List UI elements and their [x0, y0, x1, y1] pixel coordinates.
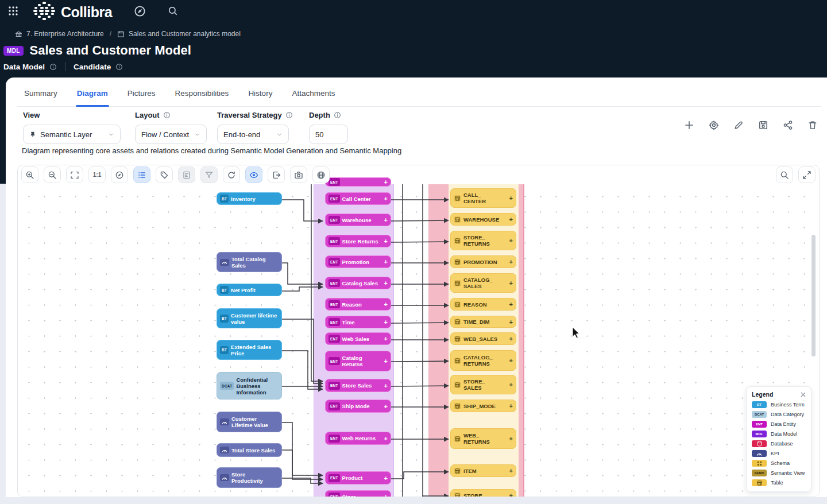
- diagram-node-web-returns[interactable]: ENTWeb Returns+: [325, 432, 391, 445]
- tab-history[interactable]: History: [247, 84, 273, 106]
- add-button[interactable]: [684, 120, 694, 130]
- diagram-node-tbl-store[interactable]: STORE+: [450, 489, 516, 497]
- zoom-out-tool-button[interactable]: [44, 166, 61, 183]
- eye-tool-button[interactable]: [245, 166, 262, 183]
- expand-node-icon[interactable]: +: [384, 358, 388, 364]
- tab-diagram[interactable]: Diagram: [76, 84, 109, 106]
- diagram-node-ent-clipped-top[interactable]: ENT+: [325, 177, 391, 187]
- global-search-icon[interactable]: [168, 6, 178, 18]
- diagram-node-customer-lifetime-value-bt[interactable]: BTCustomer lifetime value: [217, 308, 282, 328]
- expand-node-icon[interactable]: +: [384, 404, 388, 409]
- diagram-node-tbl-time-dim[interactable]: TIME_DIM+: [450, 316, 516, 328]
- tab-summary[interactable]: Summary: [23, 84, 59, 106]
- diagram-node-catalog-returns[interactable]: ENTCatalog Returns+: [325, 351, 391, 371]
- diagram-node-call-center[interactable]: ENTCall Center+: [325, 192, 391, 205]
- status-info-icon[interactable]: [115, 63, 123, 71]
- tab-pictures[interactable]: Pictures: [126, 84, 157, 106]
- expand-node-icon[interactable]: +: [509, 259, 513, 265]
- expand-node-icon[interactable]: +: [384, 494, 388, 497]
- expand-node-icon[interactable]: +: [509, 382, 513, 387]
- diagram-node-tbl-promotion[interactable]: PROMOTION+: [450, 255, 516, 268]
- expand-node-icon[interactable]: +: [384, 301, 388, 307]
- app-launcher-icon[interactable]: [8, 6, 18, 18]
- expand-node-icon[interactable]: +: [384, 475, 388, 481]
- expand-node-icon[interactable]: +: [509, 493, 513, 497]
- diagram-node-reason[interactable]: ENTReason+: [325, 298, 391, 311]
- globe-tool-button[interactable]: [312, 166, 330, 183]
- expand-node-icon[interactable]: +: [509, 195, 513, 201]
- export-tool-button[interactable]: [268, 166, 285, 183]
- diagram-node-tbl-reason[interactable]: REASON+: [450, 298, 516, 311]
- expand-node-icon[interactable]: +: [384, 280, 388, 286]
- expand-node-icon[interactable]: +: [384, 319, 388, 325]
- delete-button[interactable]: [807, 120, 818, 130]
- tab-responsibilities[interactable]: Responsibilities: [174, 84, 230, 106]
- compass-tool-button[interactable]: [111, 166, 128, 183]
- expand-node-icon[interactable]: +: [384, 336, 388, 342]
- list-tool-button[interactable]: [133, 166, 150, 183]
- diagram-node-tbl-store-sales[interactable]: STORE_ SALES+: [450, 375, 516, 394]
- diagram-node-store-productivity[interactable]: Store Productivity: [217, 467, 282, 488]
- depth-input[interactable]: 50: [309, 125, 348, 144]
- diagram-node-warehouse[interactable]: ENTWarehouse+: [325, 214, 391, 226]
- expand-node-icon[interactable]: +: [384, 217, 388, 223]
- compass-nav-icon[interactable]: [134, 5, 146, 20]
- expand-node-icon[interactable]: +: [509, 336, 513, 342]
- diagram-node-total-catalog-sales[interactable]: Total Catalog Sales: [217, 252, 282, 272]
- zoom-in-tool-button[interactable]: [21, 166, 38, 183]
- breadcrumb-community[interactable]: 7. Enterprise Architecture: [26, 30, 104, 38]
- layout-dropdown[interactable]: Flow / Context: [135, 125, 207, 144]
- one-to-one-tool-button[interactable]: 1:1: [88, 166, 106, 183]
- diagram-node-confidential-business-information[interactable]: DCATConfidential Business Information: [217, 372, 282, 400]
- breadcrumb-asset[interactable]: Sales and Customer analytics model: [129, 30, 241, 38]
- refresh-tool-button[interactable]: [223, 166, 240, 183]
- diagram-node-tbl-item[interactable]: ITEM+: [450, 464, 516, 477]
- tab-attachments[interactable]: Attachments: [291, 84, 336, 106]
- expand-node-icon[interactable]: +: [384, 259, 388, 265]
- expand-node-icon[interactable]: +: [509, 436, 513, 441]
- expand-node-icon[interactable]: +: [384, 383, 388, 389]
- view-dropdown[interactable]: Semantic Layer: [23, 125, 121, 144]
- diagram-node-net-profit[interactable]: BTNet Profit: [217, 284, 282, 296]
- diagram-node-web-sales[interactable]: ENTWeb Sales+: [325, 332, 391, 345]
- expand-node-icon[interactable]: +: [509, 280, 513, 286]
- diagram-node-tbl-ship-mode[interactable]: SHIP_MODE+: [450, 400, 516, 412]
- depth-info-icon[interactable]: [334, 111, 341, 119]
- diagram-node-ship-mode[interactable]: ENTShip Mode+: [325, 400, 391, 413]
- diagram-node-tbl-web-returns[interactable]: WEB_ RETURNS+: [450, 428, 516, 449]
- expand-node-icon[interactable]: +: [384, 179, 388, 185]
- expand-node-icon[interactable]: +: [384, 238, 388, 244]
- diagram-node-store-ent[interactable]: ENTStore+: [325, 490, 391, 497]
- diagram-node-time[interactable]: ENTTime+: [325, 316, 391, 328]
- expand-node-icon[interactable]: +: [509, 358, 513, 363]
- expand-node-icon[interactable]: +: [509, 319, 513, 325]
- camera-tool-button[interactable]: [290, 166, 307, 183]
- diagram-node-tbl-catalog-returns[interactable]: CATALOG_ RETURNS+: [450, 350, 516, 371]
- share-button[interactable]: [783, 120, 793, 130]
- settings-button[interactable]: [709, 120, 719, 130]
- legend-close-icon[interactable]: [801, 392, 806, 397]
- diagram-node-tbl-catalog-sales[interactable]: CATALOG_ SALES+: [450, 273, 516, 293]
- diagram-node-catalog-sales[interactable]: ENTCatalog Sales+: [325, 277, 391, 289]
- save-button[interactable]: [758, 120, 768, 130]
- expand-node-icon[interactable]: +: [509, 238, 513, 243]
- traversal-dropdown[interactable]: End-to-end: [217, 125, 289, 144]
- expand-node-icon[interactable]: +: [509, 403, 513, 409]
- expand-node-icon[interactable]: +: [384, 196, 388, 201]
- expand-node-icon[interactable]: +: [509, 468, 513, 474]
- expand-node-icon[interactable]: +: [384, 436, 388, 441]
- layout-info-icon[interactable]: [163, 111, 171, 119]
- asset-type-info-icon[interactable]: [49, 63, 57, 71]
- diagram-node-extended-sales-price[interactable]: BTExtended Sales Price: [217, 340, 282, 360]
- collibra-logo-icon[interactable]: [33, 1, 55, 23]
- expand-node-icon[interactable]: +: [509, 301, 513, 307]
- diagram-node-inventory[interactable]: BTInventory: [217, 192, 282, 205]
- diagram-node-promotion[interactable]: ENTPromotion+: [325, 255, 391, 268]
- diagram-node-customer-lifetime-value-kpi[interactable]: Customer Lifetime Value: [217, 412, 282, 432]
- search-tool-button[interactable]: [776, 166, 793, 183]
- diagram-node-store-sales[interactable]: ENTStore Sales+: [325, 379, 391, 392]
- diagram-node-tbl-web-sales[interactable]: WEB_SALES+: [450, 332, 516, 345]
- diagram-node-total-store-sales[interactable]: Total Store Sales: [217, 443, 282, 457]
- diagram-node-tbl-warehouse[interactable]: WAREHOUSE+: [450, 213, 516, 226]
- expand-tool-button[interactable]: [798, 166, 816, 183]
